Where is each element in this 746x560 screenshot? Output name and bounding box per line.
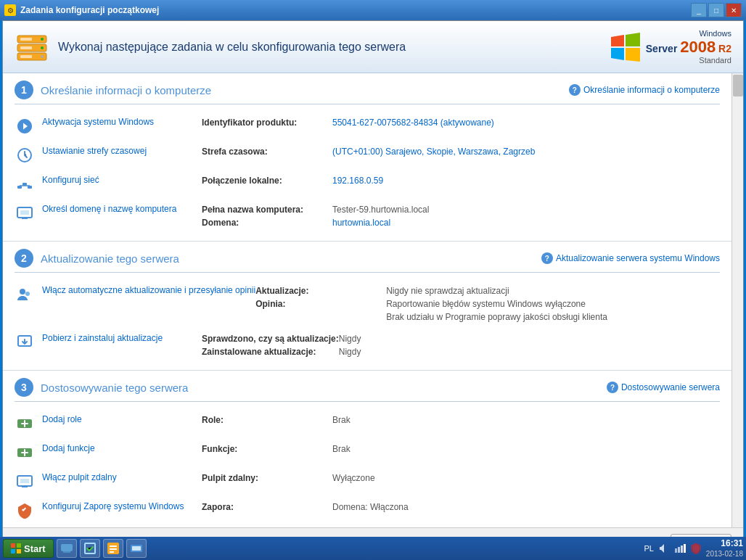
- close-button[interactable]: ✕: [726, 3, 742, 17]
- domain-value: Tester-59.hurtownia.local: [332, 203, 429, 216]
- add-features-icon: [15, 442, 35, 463]
- task-timezone: Ustawianie strefy czasowej Strefa czasow…: [15, 141, 720, 170]
- svg-rect-21: [20, 210, 29, 215]
- remote-desktop-icon: [15, 472, 35, 492]
- svg-point-5: [41, 55, 44, 58]
- language-indicator: PL: [644, 544, 653, 553]
- svg-marker-11: [611, 48, 624, 60]
- timezone-icon: [15, 145, 35, 165]
- system-time: 16:31 2013-02-18: [706, 538, 743, 559]
- features-value: Brak: [332, 442, 720, 456]
- timezone-label: Strefa czasowa:: [202, 145, 332, 158]
- network-link[interactable]: Konfiguruj sieć: [42, 174, 187, 186]
- main-window: Wykonaj następujące zadania w celu skonf…: [2, 20, 744, 557]
- add-roles-link[interactable]: Dodaj role: [42, 413, 187, 426]
- svg-rect-41: [132, 546, 141, 551]
- start-button[interactable]: Start: [3, 539, 54, 558]
- section-1-number: 1: [15, 81, 33, 99]
- svg-marker-12: [626, 48, 640, 62]
- maximize-button[interactable]: □: [708, 3, 724, 17]
- help-icon-3: ?: [607, 382, 618, 393]
- header-title: Wykonaj następujące zadania w celu skonf…: [58, 41, 610, 54]
- start-icon: [11, 543, 21, 553]
- header-icon: [15, 30, 49, 65]
- roles-label: Role:: [202, 413, 332, 427]
- section-3-number: 3: [15, 378, 33, 397]
- section-2-link[interactable]: ? Aktualizowanie serwera systemu Windows: [541, 252, 720, 264]
- download-updates-link[interactable]: Pobierz i zainstaluj aktualizacje: [42, 332, 187, 345]
- svg-point-4: [41, 46, 44, 49]
- minimize-button[interactable]: _: [691, 3, 707, 17]
- domain-value2[interactable]: hurtownia.local: [332, 216, 429, 229]
- section-1-title: Określanie informacji o komputerze: [41, 84, 569, 96]
- autoupdate-label2: Opinia:: [255, 297, 386, 310]
- domain-label2: Domena:: [202, 216, 332, 229]
- network-icon: [15, 174, 35, 194]
- section-2: 2 Aktualizowanie tego serwera ? Aktualiz…: [3, 242, 731, 371]
- timezone-value[interactable]: (UTC+01:00) Sarajewo, Skopie, Warszawa, …: [332, 145, 720, 158]
- task-network: Konfiguruj sieć Połączenie lokalne: 192.…: [15, 170, 720, 199]
- content-area: 1 Określanie informacji o komputerze ? O…: [3, 73, 731, 527]
- svg-marker-10: [626, 33, 640, 46]
- header: Wykonaj następujące zadania w celu skonf…: [3, 21, 743, 73]
- taskbar-btn-1[interactable]: [57, 539, 77, 558]
- section-2-number: 2: [15, 249, 33, 268]
- autoupdate-value2: Raportowanie błędów systemu Windows wyłą…: [386, 297, 607, 324]
- speaker-icon: [658, 543, 670, 554]
- scrollbar[interactable]: [731, 73, 743, 527]
- svg-point-22: [20, 289, 25, 295]
- svg-rect-29: [11, 543, 15, 548]
- download-label: Sprawdzono, czy są aktualizacje:: [202, 332, 339, 345]
- autoupdate-value: Nigdy nie sprawdzaj aktualizacji: [386, 284, 607, 297]
- section-1-link[interactable]: ? Określanie informacji o komputerze: [569, 84, 720, 96]
- section-2-header: 2 Aktualizowanie tego serwera ? Aktualiz…: [15, 249, 720, 273]
- logo-server: Server 2008 R2: [646, 39, 731, 55]
- svg-rect-34: [63, 551, 70, 553]
- network-tray-icon: [674, 543, 686, 554]
- svg-rect-39: [110, 551, 114, 553]
- section-3-link[interactable]: ? Dostosowywanie serwera: [607, 382, 720, 393]
- activation-icon: [15, 116, 35, 136]
- taskbar-btn-4[interactable]: [126, 539, 147, 558]
- svg-rect-38: [110, 548, 117, 550]
- features-label: Funkcje:: [202, 442, 332, 456]
- logo-edition: Standard: [646, 55, 731, 65]
- autoupdate-link[interactable]: Włącz automatyczne aktualizowanie i prze…: [42, 284, 255, 297]
- autoupdate-icon: [15, 284, 35, 305]
- windows-flag-icon: [610, 31, 642, 63]
- section-3-title: Dostosowywanie tego serwera: [41, 382, 607, 394]
- activation-label: Identyfikator produktu:: [202, 116, 332, 129]
- task-add-features: Dodaj funkcje Funkcje: Brak: [15, 438, 720, 467]
- svg-rect-8: [20, 55, 32, 58]
- domain-link[interactable]: Określ domenę i nazwę komputera: [42, 203, 187, 215]
- firewall-link[interactable]: Konfiguruj Zaporę systemu Windows: [42, 501, 187, 513]
- taskbar-btn-2[interactable]: [80, 539, 100, 558]
- download-value2: Nigdy: [339, 345, 361, 358]
- timezone-link[interactable]: Ustawianie strefy czasowej: [42, 145, 187, 157]
- svg-marker-9: [611, 35, 624, 46]
- firewall-label: Zapora:: [202, 501, 332, 514]
- network-label: Połączenie lokalne:: [202, 174, 332, 187]
- svg-rect-32: [17, 549, 21, 553]
- task-download-updates: Pobierz i zainstaluj aktualizacje Sprawd…: [15, 328, 720, 363]
- add-roles-icon: [15, 413, 35, 434]
- svg-rect-31: [11, 549, 15, 553]
- firewall-icon: [15, 501, 35, 521]
- remote-desktop-link[interactable]: Włącz pulpit zdalny: [42, 472, 187, 484]
- download-icon: [15, 332, 35, 353]
- network-value[interactable]: 192.168.0.59: [332, 174, 720, 187]
- task-add-roles: Dodaj role Role: Brak: [15, 409, 720, 438]
- svg-rect-7: [20, 46, 32, 49]
- window-controls[interactable]: _ □ ✕: [691, 3, 742, 17]
- svg-point-3: [41, 38, 44, 41]
- svg-rect-43: [678, 547, 680, 553]
- svg-point-23: [25, 292, 30, 296]
- domain-icon: [15, 203, 35, 223]
- taskbar-btn-3[interactable]: [103, 539, 123, 558]
- activation-link[interactable]: Aktywacja systemu Windows: [42, 116, 187, 128]
- remote-value: Wyłączone: [332, 472, 720, 485]
- activation-value[interactable]: 55041-627-0075682-84834 (aktywowane): [332, 116, 720, 129]
- add-features-link[interactable]: Dodaj funkcje: [42, 442, 187, 455]
- roles-value: Brak: [332, 413, 720, 427]
- title-bar: ⚙ Zadania konfiguracji początkowej _ □ ✕: [0, 0, 746, 20]
